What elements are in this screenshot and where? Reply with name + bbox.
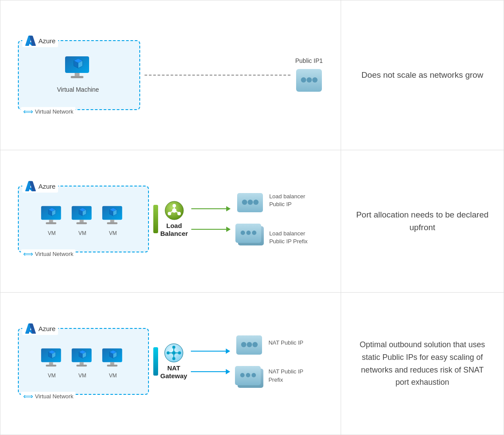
row-1-left: Azure (0, 0, 341, 150)
diagram-container: Azure (0, 0, 504, 435)
row-1-right: Does not scale as networks grow (341, 0, 504, 150)
arrow-bottom-3 (191, 369, 230, 374)
vm-icon-1 (63, 55, 93, 84)
vnet-icon-1: ⟺ (23, 107, 33, 116)
vm-item-3-3: VM (100, 348, 126, 379)
server-icon-2-front (234, 222, 262, 244)
svg-rect-4 (75, 73, 79, 76)
azure-box-1: Azure (18, 40, 140, 110)
azure-label-1: Azure (22, 34, 58, 47)
svg-point-44 (252, 231, 256, 235)
vms-row-2: VM VM VM (39, 205, 126, 236)
row-2: Azure VM VM VM (0, 150, 504, 293)
top-server-label-3: NAT Public IP (269, 339, 304, 347)
vm-single: Virtual Machine (57, 55, 99, 93)
arrow-bottom-2 (191, 227, 231, 232)
svg-point-81 (252, 373, 256, 377)
svg-rect-56 (76, 365, 86, 366)
svg-rect-50 (45, 365, 56, 366)
svg-point-67 (166, 352, 169, 355)
azure-box-3: Azure VM VM VM (18, 328, 149, 395)
nat-arrows (191, 349, 230, 374)
svg-point-76 (252, 342, 258, 347)
azure-icon-3 (25, 323, 36, 334)
azure-text-3: Azure (38, 325, 55, 332)
svg-point-68 (178, 352, 181, 355)
svg-rect-62 (107, 365, 117, 366)
lb-icon-wrap: LoadBalancer (160, 200, 188, 238)
vm-label-3-3: VM (109, 373, 117, 379)
server-icon-3-front (234, 365, 262, 387)
row-2-right: Port allocation needs to be declared upf… (341, 150, 504, 292)
vms-row-3: VM VM VM (39, 348, 126, 379)
azure-box-2: Azure VM VM VM (18, 186, 149, 252)
vm-label-3-1: VM (48, 373, 56, 379)
server-labels-2: Load balancer Public IP Load balancer Pu… (269, 193, 307, 245)
server-group-3-top (234, 334, 265, 356)
row-2-description: Port allocation needs to be declared upf… (354, 209, 490, 234)
lb-icon (164, 200, 184, 221)
public-ip-label-1: Public IP1 (295, 57, 323, 64)
svg-rect-55 (79, 362, 83, 365)
azure-icon-1 (25, 35, 36, 46)
vm-label-2-3: VM (109, 230, 117, 236)
svg-point-66 (172, 357, 175, 360)
svg-point-32 (177, 212, 181, 215)
svg-point-65 (172, 346, 175, 349)
azure-label-3: Azure (22, 322, 58, 335)
arrow-top-3 (191, 349, 230, 354)
vnet-label-1: ⟺ Virtual Network (21, 107, 76, 116)
svg-point-64 (172, 351, 176, 355)
bottom-server-label-2: Load balancer Public IP Prefix (269, 230, 307, 245)
svg-rect-61 (110, 362, 114, 365)
svg-point-74 (241, 342, 246, 347)
nat-section: NATGateway (153, 343, 187, 380)
nat-icon-wrap: NATGateway (160, 343, 187, 380)
vm-label-2-2: VM (79, 230, 86, 236)
server-icon-3-top (235, 334, 263, 356)
row-3-left: Azure VM VM VM (0, 293, 341, 435)
svg-point-7 (301, 77, 306, 83)
public-ip-group-1: Public IP1 (295, 57, 323, 93)
svg-point-9 (312, 77, 318, 83)
server-group-2-bottom (234, 222, 266, 247)
lb-section: LoadBalancer (153, 200, 188, 238)
row-2-left: Azure VM VM VM (0, 150, 341, 292)
vm-single-label: Virtual Machine (57, 86, 99, 93)
vnet-label-3: ⟺ Virtual Network (21, 392, 76, 401)
vm-label-2-1: VM (48, 230, 56, 236)
vnet-icon-3: ⟺ (23, 392, 33, 400)
svg-rect-21 (76, 222, 86, 224)
arrow-top-2 (191, 206, 231, 211)
svg-point-80 (246, 373, 250, 377)
svg-rect-14 (49, 220, 53, 223)
svg-point-79 (240, 373, 245, 377)
row-1: Azure (0, 0, 504, 150)
vm-item-3-2: VM (70, 348, 95, 379)
svg-point-31 (168, 212, 171, 215)
svg-rect-15 (45, 222, 56, 224)
vnet-label-2: ⟺ Virtual Network (21, 249, 76, 259)
azure-icon-2 (25, 180, 36, 192)
nat-bar (153, 347, 158, 376)
lb-arrows (191, 206, 231, 232)
vnet-text-1: Virtual Network (35, 108, 73, 115)
lb-bar (153, 205, 158, 233)
svg-rect-27 (107, 222, 117, 224)
azure-text-2: Azure (38, 183, 55, 190)
svg-rect-26 (110, 220, 114, 223)
vm-label-3-2: VM (79, 373, 86, 379)
row-3-description: Optimal outbound solution that uses stat… (354, 338, 490, 389)
vm-item-3-1: VM (39, 348, 65, 379)
row-1-description: Does not scale as networks grow (362, 69, 483, 82)
svg-point-42 (241, 231, 245, 235)
svg-point-8 (307, 77, 312, 83)
servers-3 (234, 334, 265, 389)
row-3-right: Optimal outbound solution that uses stat… (341, 293, 504, 435)
svg-point-30 (173, 204, 176, 207)
servers-2 (234, 192, 266, 247)
svg-point-75 (247, 342, 252, 347)
svg-rect-20 (79, 220, 83, 223)
vm-item-2-3: VM (100, 205, 126, 236)
vnet-text-3: Virtual Network (35, 393, 73, 400)
